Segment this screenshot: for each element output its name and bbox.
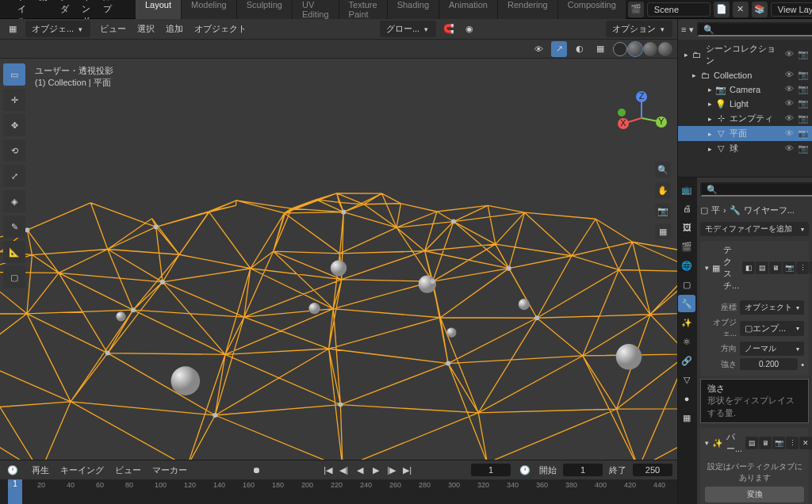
proportional-icon[interactable]: ◉ xyxy=(462,21,477,37)
proptab-material[interactable]: ● xyxy=(678,390,695,407)
viewlayer-icon[interactable]: 📚 xyxy=(752,2,768,17)
pmod-delete-icon[interactable]: ✕ xyxy=(799,437,812,449)
scene-new-icon[interactable]: 📄 xyxy=(714,2,730,17)
add-modifier-dropdown[interactable]: モディファイアーを追加 xyxy=(700,222,809,236)
play-icon[interactable]: ▶ xyxy=(369,464,383,476)
proptab-output[interactable]: 🖨 xyxy=(678,200,695,217)
display-mode-icon[interactable]: ▾ xyxy=(689,21,694,37)
xray-icon[interactable]: ▦ xyxy=(592,41,608,57)
outliner-item-エンプティ[interactable]: ▸⊹エンプティ👁📷 xyxy=(678,111,812,126)
strength-field[interactable]: 0.200 xyxy=(740,358,798,370)
pmod-render-icon[interactable]: 📷 xyxy=(772,437,785,449)
autokey-icon[interactable]: ⏺ xyxy=(248,462,264,478)
overlays-icon[interactable]: ◐ xyxy=(572,41,588,57)
annotate-tool[interactable]: ✎ xyxy=(3,216,25,238)
snap-icon[interactable]: 🧲 xyxy=(441,21,457,37)
start-frame-field[interactable]: 1 xyxy=(563,464,603,476)
zoom-icon[interactable]: 🔍 xyxy=(655,162,671,178)
pmod-editmode-icon[interactable]: ▤ xyxy=(745,437,758,449)
play-reverse-icon[interactable]: ◀ xyxy=(353,464,367,476)
outliner-item-Light[interactable]: ▸💡Light👁📷 xyxy=(678,97,812,111)
mod-show-editmode-icon[interactable]: ▤ xyxy=(756,262,768,274)
shading-rendered[interactable] xyxy=(658,42,672,56)
proptab-physics[interactable]: ⚛ xyxy=(678,333,695,350)
gizmo-toggle-icon[interactable]: ↗ xyxy=(551,41,567,57)
tlheader-ビュー[interactable]: ビュー xyxy=(110,462,146,479)
jump-start-icon[interactable]: |◀ xyxy=(321,464,335,476)
options-dropdown[interactable]: オプション xyxy=(606,21,672,37)
shading-solid[interactable] xyxy=(628,42,642,56)
transform-tool[interactable]: ◈ xyxy=(3,190,25,212)
displace-object-dropdown[interactable]: ▢ エンプ... xyxy=(740,321,804,336)
outliner-item-シーンコレクション[interactable]: ▸🗀シーンコレクション👁📷 xyxy=(678,41,812,68)
vpheader-ビュー[interactable]: ビュー xyxy=(95,21,131,37)
rotate-tool[interactable]: ⟲ xyxy=(3,139,25,162)
camera-view-icon[interactable]: 📷 xyxy=(655,203,671,219)
editor-type-icon[interactable]: ▦ xyxy=(5,21,21,37)
outliner-search[interactable] xyxy=(697,22,812,36)
mod-show-viewport-icon[interactable]: 🖥 xyxy=(769,262,782,274)
tlheader-キーイング[interactable]: キーイング xyxy=(56,462,109,479)
pmod-extra-icon[interactable]: ⋮ xyxy=(786,437,799,449)
cursor-tool[interactable]: ✛ xyxy=(3,89,25,111)
proptab-constraints[interactable]: 🔗 xyxy=(678,352,695,369)
addcube-tool[interactable]: ▢ xyxy=(3,266,25,288)
viewlayer-field[interactable]: View Layer xyxy=(771,2,812,17)
frame-range-icon[interactable]: 🕐 xyxy=(517,462,533,478)
tlheader-マーカー[interactable]: マーカー xyxy=(147,462,192,479)
direction-dropdown[interactable]: ノーマル xyxy=(740,342,804,356)
convert-button[interactable]: 変換 xyxy=(705,487,804,502)
mode-dropdown[interactable]: オブジェ... xyxy=(25,21,90,37)
proptab-scene[interactable]: 🎬 xyxy=(678,238,695,255)
pmod-viewport-icon[interactable]: 🖥 xyxy=(759,437,772,449)
current-frame-field[interactable]: 1 xyxy=(471,464,511,476)
proptab-particles[interactable]: ✨ xyxy=(678,314,695,331)
outliner-item-平面[interactable]: ▸▽平面👁📷 xyxy=(678,126,812,141)
proptab-modifier[interactable]: 🔧 xyxy=(678,295,695,312)
modifier-particle-header[interactable]: ✨ パー... ▤ 🖥 📷 ⋮ ✕ xyxy=(700,428,809,458)
breadcrumb-mod[interactable]: ワイヤーフ... xyxy=(744,204,795,216)
outliner-editor-icon[interactable]: ≡ xyxy=(681,21,686,37)
props-search[interactable] xyxy=(700,182,812,197)
timeline-editor-icon[interactable]: 🕐 xyxy=(5,462,21,478)
mod-show-onCage-icon[interactable]: ◧ xyxy=(742,262,755,274)
modifier-displace-header[interactable]: ▦ テクスチ... ◧ ▤ 🖥 📷 ⋮ ✕ xyxy=(700,241,809,295)
scale-tool[interactable]: ⤢ xyxy=(3,165,25,187)
navigation-gizmo[interactable]: Y X Z xyxy=(614,90,669,146)
keyframe-next-icon[interactable]: |▶ xyxy=(385,464,399,476)
outliner-item-Camera[interactable]: ▸📷Camera👁📷 xyxy=(678,82,812,97)
vpheader-追加[interactable]: 追加 xyxy=(161,21,188,37)
vpheader-オブジェクト[interactable]: オブジェクト xyxy=(190,21,251,37)
breadcrumb-obj[interactable]: 平 xyxy=(711,204,720,216)
proptab-viewlayer[interactable]: 🖼 xyxy=(678,219,695,236)
pan-icon[interactable]: ✋ xyxy=(655,182,671,198)
vpheader-選択[interactable]: 選択 xyxy=(132,21,159,37)
keyframe-prev-icon[interactable]: ◀| xyxy=(337,464,351,476)
scene-delete-icon[interactable]: ✕ xyxy=(733,2,749,17)
shading-matpreview[interactable] xyxy=(643,42,657,56)
orientation-dropdown[interactable]: グロー... xyxy=(380,21,436,37)
proptab-render[interactable]: 📺 xyxy=(678,181,695,198)
outliner-item-球[interactable]: ▸▽球👁📷 xyxy=(678,141,812,156)
timeline-track[interactable]: 1 02040608010012014016018020022024026028… xyxy=(0,479,677,504)
proptab-world[interactable]: 🌐 xyxy=(678,257,695,274)
move-tool[interactable]: ✥ xyxy=(3,114,25,136)
shading-wireframe[interactable] xyxy=(613,42,627,56)
visibility-icon[interactable]: 👁 xyxy=(530,41,546,57)
measure-tool[interactable]: 📐 xyxy=(3,241,25,263)
outliner-item-Collection[interactable]: ▸🗀Collection👁📷 xyxy=(678,68,812,82)
proptab-texture[interactable]: ▦ xyxy=(678,409,695,426)
scene-name-field[interactable]: Scene xyxy=(647,2,710,17)
tlheader-再生[interactable]: 再生 xyxy=(27,462,54,479)
scene-browse-icon[interactable]: 🎬 xyxy=(628,2,644,17)
proptab-object[interactable]: ▢ xyxy=(678,276,695,293)
3d-viewport[interactable]: ユーザー・透視投影 (1) Collection | 平面 ▭ ✛ ✥ ⟲ ⤢ … xyxy=(0,59,677,460)
mod-extra-icon[interactable]: ⋮ xyxy=(796,262,809,274)
proptab-data[interactable]: ▽ xyxy=(678,371,695,388)
jump-end-icon[interactable]: ▶| xyxy=(400,464,415,476)
animate-dot-icon[interactable]: • xyxy=(801,360,804,369)
mod-show-render-icon[interactable]: 📷 xyxy=(783,262,795,274)
end-frame-field[interactable]: 250 xyxy=(633,464,672,476)
coord-dropdown[interactable]: オブジェクト xyxy=(740,300,804,315)
select-tool[interactable]: ▭ xyxy=(3,63,25,86)
